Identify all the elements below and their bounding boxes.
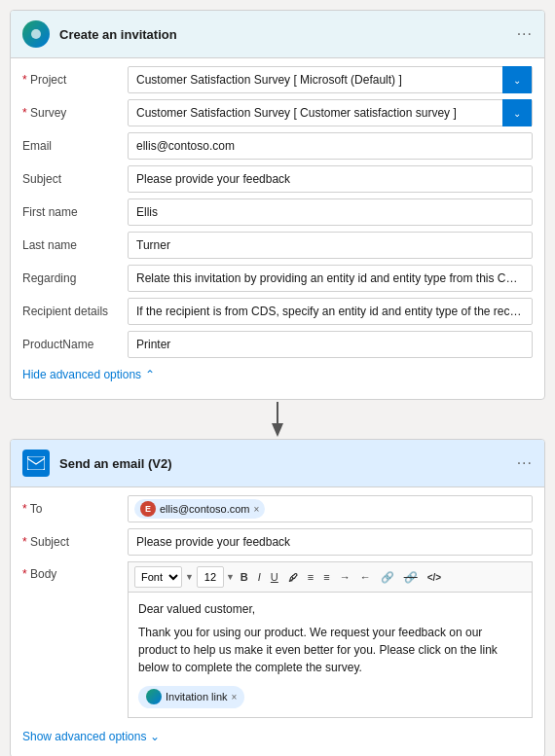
subject-row: Subject xyxy=(22,165,533,193)
send-email-card: Send an email (V2) ··· To E ellis@contos… xyxy=(10,439,545,756)
project-dropdown-arrow[interactable]: ⌄ xyxy=(502,66,532,93)
survey-label: Survey xyxy=(22,106,120,120)
productname-input[interactable] xyxy=(128,331,533,358)
dropdown-font-arrow-icon: ▼ xyxy=(184,572,195,582)
unordered-list-button[interactable]: ≡ xyxy=(304,569,317,585)
create-invitation-card: Create an invitation ··· Project Custome… xyxy=(10,10,545,400)
regarding-row: Regarding xyxy=(22,265,533,292)
body-editor[interactable]: Dear valued customer, Thank you for usin… xyxy=(128,592,533,718)
email-input[interactable] xyxy=(128,132,533,160)
show-advanced-options[interactable]: Show advanced options ⌄ xyxy=(22,724,533,745)
to-email: ellis@contoso.com xyxy=(160,503,249,515)
bold-button[interactable]: B xyxy=(237,569,252,585)
align-left-button[interactable]: → xyxy=(336,569,354,585)
subject-input[interactable] xyxy=(128,165,533,193)
body-label: Body xyxy=(22,567,120,581)
card1-icon xyxy=(22,20,50,48)
regarding-input[interactable] xyxy=(128,265,533,292)
body-content: Thank you for using our product. We requ… xyxy=(138,624,522,676)
project-value: Customer Satisfaction Survey [ Microsoft… xyxy=(129,68,502,91)
underline-button[interactable]: U xyxy=(267,569,282,585)
survey-value: Customer Satisfaction Survey [ Customer … xyxy=(129,101,502,125)
to-tag: E ellis@contoso.com × xyxy=(134,499,265,519)
lastname-row: Last name xyxy=(22,232,533,259)
to-label: To xyxy=(22,502,120,516)
card2-form-body: To E ellis@contoso.com × Subject Body Fo… xyxy=(11,487,544,756)
font-select[interactable]: Font xyxy=(134,566,182,588)
card2-title: Send an email (V2) xyxy=(59,456,507,471)
svg-rect-3 xyxy=(27,456,45,470)
project-label: Project xyxy=(22,73,120,87)
body-toolbar: Font ▼ ▼ B I U 🖊 ≡ ≡ → ← 🔗 🔗 </> xyxy=(128,561,533,592)
lastname-input[interactable] xyxy=(128,232,533,259)
body-greeting: Dear valued customer, xyxy=(138,600,522,618)
hide-advanced-options[interactable]: Hide advanced options ⌃ xyxy=(22,364,533,387)
recipient-row: Recipient details xyxy=(22,298,533,325)
card2-icon xyxy=(22,450,50,477)
svg-marker-2 xyxy=(272,423,283,437)
show-advanced-label: Show advanced options xyxy=(22,730,146,743)
hide-advanced-label: Hide advanced options xyxy=(22,368,141,381)
svg-point-0 xyxy=(31,29,41,39)
highlight-button[interactable]: 🖊 xyxy=(284,570,302,585)
body-editor-container: Font ▼ ▼ B I U 🖊 ≡ ≡ → ← 🔗 🔗 </> xyxy=(128,561,533,718)
survey-row: Survey Customer Satisfaction Survey [ Cu… xyxy=(22,99,533,126)
to-avatar: E xyxy=(140,501,156,517)
down-arrow-icon xyxy=(268,402,287,437)
invitation-link-tag: Invitation link × xyxy=(138,686,244,708)
card2-header: Send an email (V2) ··· xyxy=(11,440,544,487)
link-button[interactable]: 🔗 xyxy=(377,569,398,586)
email-subject-row: Subject xyxy=(22,528,533,556)
ordered-list-button[interactable]: ≡ xyxy=(319,569,333,585)
dropdown-size-arrow-icon: ▼ xyxy=(226,572,235,582)
code-button[interactable]: </> xyxy=(424,570,445,585)
invitation-link-close-icon[interactable]: × xyxy=(232,690,238,704)
show-advanced-chevron-icon: ⌄ xyxy=(150,730,160,743)
card1-form-body: Project Customer Satisfaction Survey [ M… xyxy=(11,58,544,399)
lastname-label: Last name xyxy=(22,238,120,252)
unlink-button[interactable]: 🔗 xyxy=(400,569,422,586)
email-row: Email xyxy=(22,132,533,160)
invitation-link-icon xyxy=(146,689,162,704)
firstname-input[interactable] xyxy=(128,198,533,226)
productname-label: ProductName xyxy=(22,338,120,351)
productname-row: ProductName xyxy=(22,331,533,358)
survey-dropdown[interactable]: Customer Satisfaction Survey [ Customer … xyxy=(128,99,533,126)
subject-label: Subject xyxy=(22,172,120,186)
card1-header: Create an invitation ··· xyxy=(11,11,544,58)
to-row: To E ellis@contoso.com × xyxy=(22,495,533,522)
body-row: Body Font ▼ ▼ B I U 🖊 ≡ ≡ → ← xyxy=(22,561,533,718)
project-row: Project Customer Satisfaction Survey [ M… xyxy=(22,66,533,93)
email-subject-input[interactable] xyxy=(128,528,533,556)
regarding-label: Regarding xyxy=(22,271,120,285)
email-subject-label: Subject xyxy=(22,535,120,549)
project-dropdown[interactable]: Customer Satisfaction Survey [ Microsoft… xyxy=(128,66,533,93)
font-size-input[interactable] xyxy=(197,566,224,588)
arrow-connector xyxy=(10,400,545,439)
recipient-input[interactable] xyxy=(128,298,533,325)
firstname-label: First name xyxy=(22,205,120,219)
invitation-link-label: Invitation link xyxy=(166,689,228,705)
align-right-button[interactable]: ← xyxy=(356,569,375,585)
card1-more-icon[interactable]: ··· xyxy=(517,25,533,43)
firstname-row: First name xyxy=(22,198,533,226)
survey-dropdown-arrow[interactable]: ⌄ xyxy=(502,99,532,126)
recipient-label: Recipient details xyxy=(22,305,120,318)
italic-button[interactable]: I xyxy=(254,569,265,585)
card1-title: Create an invitation xyxy=(59,27,507,42)
card2-more-icon[interactable]: ··· xyxy=(517,454,533,472)
email-label: Email xyxy=(22,139,120,153)
to-field[interactable]: E ellis@contoso.com × xyxy=(128,495,533,522)
to-tag-close-icon[interactable]: × xyxy=(253,504,259,515)
hide-advanced-chevron-icon: ⌃ xyxy=(145,368,155,381)
